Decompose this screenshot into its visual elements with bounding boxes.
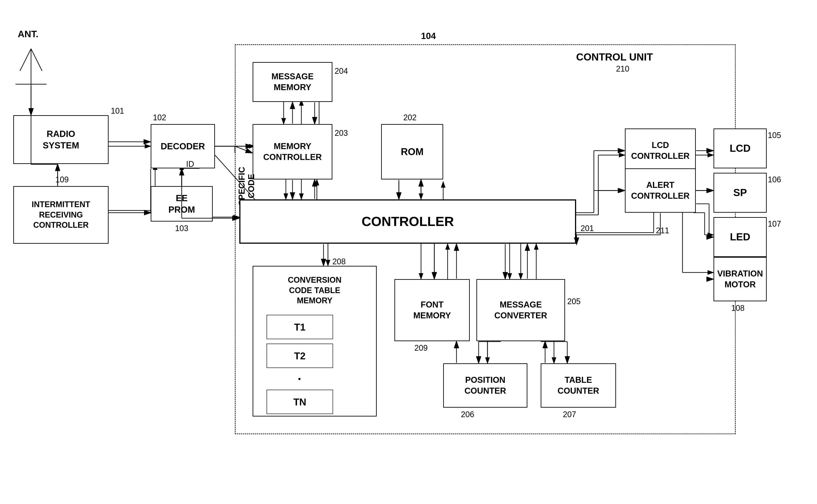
lcd-controller-box: LCD CONTROLLER (625, 128, 696, 173)
vibration-motor-box: VIBRATION MOTOR (714, 257, 767, 301)
t2-label: T2 (294, 350, 305, 362)
label-205: 205 (567, 297, 581, 306)
dot-label: · (298, 370, 301, 387)
eeprom-box: EE PROM (151, 186, 213, 222)
label-210: 210 (616, 64, 629, 74)
conversion-code-table-memory-label: CONVERSION CODE TABLE MEMORY (253, 273, 376, 308)
tn-label: TN (293, 396, 306, 408)
decoder-box: DECODER (151, 124, 215, 168)
svg-line-3 (20, 49, 31, 71)
label-105: 105 (768, 131, 781, 140)
label-202: 202 (403, 113, 417, 122)
sp-label: SP (733, 186, 747, 199)
message-memory-box: MESSAGE MEMORY (253, 62, 332, 102)
decoder-label: DECODER (161, 140, 205, 152)
radio-system-box: RADIO SYSTEM (13, 115, 109, 164)
label-201: 201 (581, 224, 594, 233)
tn-box: TN (267, 390, 333, 414)
label-207: 207 (563, 410, 576, 419)
label-101: 101 (111, 106, 124, 116)
label-208: 208 (332, 257, 346, 266)
label-204: 204 (335, 66, 348, 76)
table-counter-label: TABLE COUNTER (558, 375, 599, 397)
label-209: 209 (414, 343, 428, 353)
controller-box: CONTROLLER (239, 199, 576, 244)
message-memory-label: MESSAGE MEMORY (271, 71, 314, 93)
controller-label: CONTROLLER (362, 213, 454, 230)
label-107: 107 (768, 219, 781, 229)
eeprom-label: EE PROM (168, 192, 195, 215)
lcd-box: LCD (714, 128, 767, 168)
vibration-motor-label: VIBRATION MOTOR (717, 268, 763, 290)
led-box: LED (714, 217, 767, 257)
intermittent-controller-box: INTERMITTENT RECEIVING CONTROLLER (13, 186, 109, 244)
memory-controller-box: MEMORY CONTROLLER (253, 124, 332, 179)
conversion-code-table-memory-box: CONVERSION CODE TABLE MEMORY T1 T2 · TN (253, 266, 377, 416)
label-108: 108 (731, 304, 745, 313)
sp-box: SP (714, 173, 767, 213)
intermittent-controller-label: INTERMITTENT RECEIVING CONTROLLER (32, 199, 90, 230)
t1-box: T1 (267, 315, 333, 339)
label-103: 103 (175, 224, 188, 233)
svg-line-4 (31, 49, 42, 71)
memory-controller-label: MEMORY CONTROLLER (263, 141, 322, 163)
position-counter-label: POSITION COUNTER (464, 375, 506, 397)
lcd-controller-label: LCD CONTROLLER (631, 140, 690, 162)
label-206: 206 (461, 410, 474, 419)
alert-controller-box: ALERT CONTROLLER (625, 168, 696, 213)
label-211: 211 (656, 226, 669, 235)
diagram: ANT. RADIO SYSTEM 101 DECODER 102 EE PRO… (0, 0, 817, 504)
led-label: LED (730, 230, 750, 244)
lcd-label: LCD (730, 142, 751, 155)
t1-label: T1 (294, 321, 305, 333)
control-unit-label: CONTROL UNIT (576, 51, 653, 63)
antenna-label: ANT. (18, 29, 38, 39)
alert-controller-label: ALERT CONTROLLER (631, 180, 690, 202)
id-label: ID (186, 160, 194, 169)
label-106: 106 (768, 175, 781, 184)
label-102: 102 (153, 113, 166, 122)
radio-system-label: RADIO SYSTEM (43, 128, 79, 151)
message-converter-label: MESSAGE CONVERTER (494, 299, 547, 321)
message-converter-box: MESSAGE CONVERTER (476, 279, 565, 341)
t2-box: T2 (267, 344, 333, 368)
position-counter-box: POSITION COUNTER (443, 363, 527, 408)
table-counter-box: TABLE COUNTER (541, 363, 616, 408)
label-109: 109 (55, 175, 69, 184)
label-203: 203 (335, 128, 348, 138)
font-memory-label: FONT MEMORY (413, 299, 451, 321)
font-memory-box: FONT MEMORY (394, 279, 470, 341)
label-104: 104 (421, 31, 436, 41)
rom-label: ROM (401, 145, 424, 158)
rom-box: ROM (381, 124, 443, 179)
